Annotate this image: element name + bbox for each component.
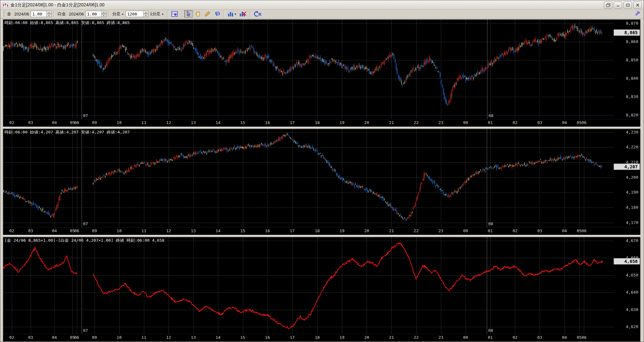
- gold-multiplier-down-icon[interactable]: ▼: [46, 14, 52, 17]
- x-axis-label: 05: [577, 120, 582, 125]
- x-axis-label: 04: [562, 228, 567, 233]
- spread-time-axis: 0203040506091011121314151617181920212223…: [3, 334, 640, 341]
- platinum-multiplier-up-icon[interactable]: ▲: [101, 11, 106, 14]
- spread-chart-canvas[interactable]: [3, 237, 614, 334]
- gold-multiplier-spinner[interactable]: 1.00 ▲ ▼: [31, 11, 52, 17]
- x-axis-label: 02: [9, 335, 14, 340]
- x-axis-label: 06: [74, 120, 79, 125]
- y-axis-label: 4,640: [626, 290, 638, 295]
- x-axis-label: 05: [577, 228, 582, 233]
- x-axis-label: 03: [537, 228, 542, 233]
- x-axis-label: 02: [512, 120, 517, 125]
- x-axis-label: 00: [463, 120, 468, 125]
- x-axis-label: 06: [582, 335, 587, 340]
- eraser-icon: [214, 11, 220, 16]
- cursor-select-button[interactable]: [184, 10, 193, 18]
- toolbar-grip[interactable]: [2, 11, 4, 17]
- x-axis-label: 01: [488, 120, 493, 125]
- x-axis-label: 10: [117, 335, 122, 340]
- window-title: 金1分足[2024/06]1.00 - 白金1分足[2024/06]1.00: [10, 2, 604, 8]
- x-axis-label: 14: [216, 120, 221, 125]
- toolbar-separator: [108, 10, 109, 17]
- chart-layout-button[interactable]: [170, 10, 179, 18]
- gold-ohlc-info: 時刻:06:00 始値:8,865 高値:8,865 安値:8,865 終値:8…: [4, 20, 130, 26]
- chevron-down-icon: ▼: [121, 13, 124, 16]
- x-axis-label: 03: [28, 335, 33, 340]
- x-axis-label: 19: [339, 335, 344, 340]
- x-axis-label: 04: [52, 335, 57, 340]
- x-axis-label: 09: [92, 120, 97, 125]
- x-axis-label: 10: [117, 228, 122, 233]
- y-axis-label: 4,670: [626, 238, 638, 243]
- x-axis-label: 22: [414, 228, 419, 233]
- title-bar[interactable]: 金1分足[2024/06]1.00 - 白金1分足[2024/06]1.00: [0, 0, 644, 10]
- float-window-button[interactable]: [604, 2, 612, 9]
- toolbar-separator: [167, 10, 168, 17]
- platinum-multiplier-down-icon[interactable]: ▼: [101, 14, 106, 17]
- x-axis-label: 06: [582, 120, 587, 125]
- bar-count-up-icon[interactable]: ▲: [143, 11, 148, 14]
- hand-pan-button[interactable]: [194, 10, 202, 18]
- platinum-last-price-tag: 4,207: [614, 164, 640, 170]
- x-axis-label: 15: [240, 120, 245, 125]
- maximize-button[interactable]: [623, 2, 632, 9]
- platinum-time-axis: 0203040506091011121314151617181920212223…: [3, 227, 640, 235]
- bar-count-spinner[interactable]: 1200 ▲ ▼: [126, 11, 148, 17]
- x-axis-label: 21: [389, 228, 394, 233]
- x-axis-label: 18: [315, 228, 320, 233]
- gold-multiplier-up-icon[interactable]: ▲: [46, 11, 52, 14]
- platinum-chart-canvas[interactable]: [3, 129, 614, 227]
- pencil-draw-button[interactable]: [203, 10, 212, 18]
- x-axis-label: 06: [582, 228, 587, 233]
- platinum-multiplier-value[interactable]: 1.00: [85, 11, 101, 17]
- x-axis-label: 19: [339, 120, 344, 125]
- x-axis-label: 23: [438, 228, 443, 233]
- pencil-icon: [205, 11, 210, 17]
- x-axis-label: 21: [389, 120, 394, 125]
- chart-type-dropdown-button[interactable]: [226, 10, 238, 18]
- minimize-icon: [616, 3, 620, 7]
- gold-contract-month[interactable]: 2024/06: [14, 12, 29, 16]
- settings-wrench-button[interactable]: [633, 10, 642, 18]
- x-axis-label: 14: [216, 228, 221, 233]
- maximize-icon: [626, 3, 630, 7]
- x-axis-label: 01: [488, 335, 493, 340]
- cursor-icon: [186, 11, 191, 17]
- close-button[interactable]: [633, 2, 642, 9]
- gold-plot-area[interactable]: 時刻:06:00 始値:8,865 高値:8,865 安値:8,865 終値:8…: [3, 20, 614, 119]
- hand-icon: [195, 11, 201, 17]
- eraser-button[interactable]: [213, 10, 221, 18]
- gold-multiplier-value[interactable]: 1.00: [31, 11, 46, 17]
- charts-area: 時刻:06:00 始値:8,865 高値:8,865 安値:8,865 終値:8…: [0, 19, 644, 342]
- reload-button[interactable]: R: [252, 10, 263, 18]
- y-axis-label: 4,170: [626, 220, 638, 225]
- platinum-plot-area[interactable]: 時刻:06:00 始値:4,207 高値:4,207 安値:4,207 終値:4…: [3, 129, 614, 227]
- y-axis-label: 4,180: [626, 205, 638, 210]
- gold-chart-canvas[interactable]: [3, 20, 614, 119]
- platinum-contract-month[interactable]: 2024/06: [69, 12, 84, 16]
- x-axis-label: 17: [290, 120, 295, 125]
- x-axis-label: 02: [512, 335, 517, 340]
- interval-dropdown[interactable]: 1分足▼: [150, 11, 164, 17]
- y-axis-label: 4,230: [626, 130, 638, 134]
- x-axis-label: 13: [191, 120, 196, 125]
- minimize-button[interactable]: [614, 2, 622, 9]
- gold-label: 金: [7, 11, 11, 17]
- platinum-label: 白金: [58, 11, 66, 17]
- x-axis-label: 02: [9, 228, 14, 233]
- bar-count-value[interactable]: 1200: [126, 11, 143, 17]
- bar-count-down-icon[interactable]: ▼: [143, 14, 148, 17]
- spread-plot-area[interactable]: [金 24/06 8,865×1.00]-[白金 24/06 4,207×1.0…: [3, 237, 614, 334]
- y-axis-label: 4,630: [626, 307, 638, 312]
- y-axis-label: 8,820: [626, 113, 638, 117]
- x-axis-label: 14: [216, 335, 221, 340]
- x-axis-label: 01: [488, 228, 493, 233]
- delete-chart-button[interactable]: [238, 10, 247, 18]
- bar-type-dropdown[interactable]: 分足▼: [112, 11, 124, 17]
- x-axis-label: 11: [141, 228, 146, 233]
- x-axis-label: 10: [117, 120, 122, 125]
- gold-last-price-tag: 8,865: [614, 29, 640, 36]
- platinum-multiplier-spinner[interactable]: 1.00 ▲ ▼: [85, 11, 106, 17]
- x-axis-label: 13: [191, 228, 196, 233]
- gold-chart-panel: 時刻:06:00 始値:8,865 高値:8,865 安値:8,865 終値:8…: [3, 19, 641, 127]
